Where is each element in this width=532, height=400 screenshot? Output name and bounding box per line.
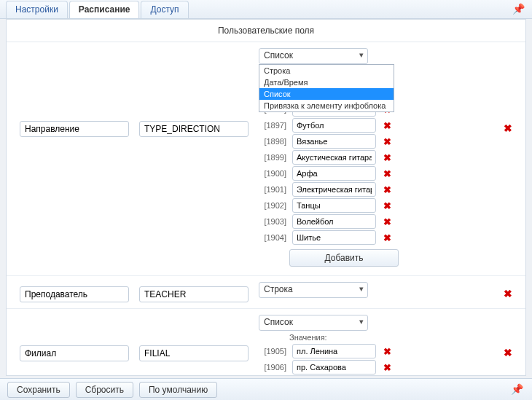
value-id: [1905] [259,347,286,356]
type-option-string[interactable]: Строка [259,65,394,77]
value-input[interactable] [292,150,376,165]
delete-value-icon[interactable]: ✖ [382,346,392,357]
section-title: Пользовательские поля [7,20,525,42]
value-id: [1900] [259,169,286,178]
delete-value-icon[interactable]: ✖ [382,362,392,373]
value-id: [1897] [259,121,286,130]
field-type-select[interactable]: Строка [259,282,368,298]
default-button[interactable]: По умолчанию [139,382,217,398]
delete-field-icon[interactable]: ✖ [504,347,512,358]
value-id: [1899] [259,153,286,162]
field-code-input[interactable] [139,286,249,302]
value-id: [1898] [259,137,286,146]
type-option-list[interactable]: Список [259,88,394,100]
add-value-button[interactable]: Добавить [289,249,399,267]
delete-value-icon[interactable]: ✖ [382,168,392,179]
value-id: [1903] [259,217,286,226]
delete-value-icon[interactable]: ✖ [382,120,392,131]
value-input[interactable] [292,118,376,133]
delete-value-icon[interactable]: ✖ [382,232,392,243]
tab-schedule[interactable]: Расписание [69,1,140,18]
field-type-select[interactable]: Список [259,48,368,64]
delete-value-icon[interactable]: ✖ [382,136,392,147]
field-code-input[interactable] [139,345,249,361]
pin-icon[interactable]: 📌 [511,383,523,395]
field-row-direction: Список Строка Дата/Время Список Привязка… [7,42,525,276]
value-input[interactable] [292,182,376,197]
reset-button[interactable]: Сбросить [76,382,133,398]
footer-bar: Сохранить Сбросить По умолчанию 📌 [0,378,532,400]
tab-bar: Настройки Расписание Доступ 📌 [0,0,532,19]
work-area: Пользовательские поля Список Строка Дата… [6,19,526,376]
field-name-input[interactable] [20,345,129,361]
type-dropdown-open: Строка Дата/Время Список Привязка к элем… [259,64,394,112]
value-id: [1904] [259,233,286,242]
value-input[interactable] [292,166,376,181]
delete-value-icon[interactable]: ✖ [382,152,392,163]
delete-field-icon[interactable]: ✖ [504,122,512,134]
delete-value-icon[interactable]: ✖ [382,184,392,195]
field-type-select[interactable]: Список [259,315,368,331]
value-id: [1901] [259,185,286,194]
delete-field-icon[interactable]: ✖ [504,288,512,299]
field-name-input[interactable] [20,286,129,302]
field-row-filial: Список Значения: [1905]✖ [1906]✖ [1907]✖… [7,309,525,376]
field-name-input[interactable] [20,121,129,137]
value-input[interactable] [292,134,376,149]
value-input[interactable] [292,344,376,358]
value-input[interactable] [292,360,376,374]
value-input[interactable] [292,198,376,213]
tab-settings[interactable]: Настройки [6,1,68,18]
delete-value-icon[interactable]: ✖ [382,200,392,211]
value-id: [1906] [259,363,286,372]
type-option-datetime[interactable]: Дата/Время [259,77,394,88]
save-button[interactable]: Сохранить [7,382,70,398]
field-code-input[interactable] [139,121,249,137]
tab-access[interactable]: Доступ [141,1,188,18]
value-id: [1902] [259,201,286,210]
type-option-iblock[interactable]: Привязка к элементу инфоблока [259,100,394,111]
values-label: Значения: [289,333,483,342]
value-input[interactable] [292,214,376,229]
pin-icon[interactable]: 📌 [512,3,525,15]
delete-value-icon[interactable]: ✖ [382,216,392,227]
value-input[interactable] [292,230,376,245]
field-row-teacher: Строка ✖ [7,276,525,309]
